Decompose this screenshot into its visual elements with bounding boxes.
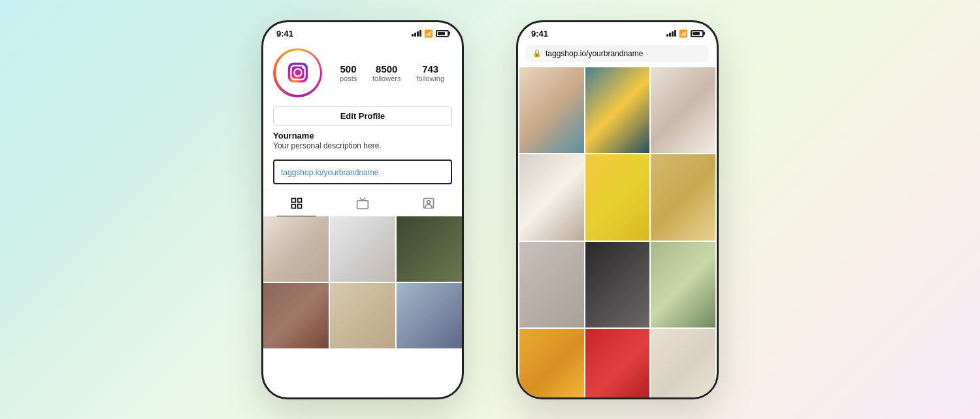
avatar-ring	[273, 48, 322, 97]
svg-rect-8	[357, 201, 368, 209]
phone-1-instagram: 9:41 📶	[261, 20, 464, 399]
tab-tv[interactable]	[329, 190, 395, 216]
avatar-inner	[276, 50, 320, 95]
gallery-cell-7[interactable]	[519, 242, 584, 328]
grid-cell-2[interactable]	[330, 216, 395, 282]
gallery-cell-10[interactable]	[519, 329, 584, 399]
gallery-cell-11[interactable]	[585, 329, 650, 399]
status-time-1: 9:41	[276, 29, 293, 39]
svg-point-3	[302, 66, 304, 69]
profile-description: Your personal description here.	[273, 141, 452, 152]
gallery-cell-4[interactable]	[519, 154, 584, 241]
signal-icon-2	[666, 30, 676, 37]
photo-grid-1	[263, 216, 462, 348]
gallery-cell-1[interactable]	[519, 67, 584, 154]
profile-name: Yourname	[273, 131, 452, 141]
bio-link-box[interactable]: taggshop.io/yourbrandname	[273, 159, 452, 184]
gallery-cell-2[interactable]	[585, 67, 650, 154]
wifi-icon-2: 📶	[679, 29, 688, 38]
bio-link-text: taggshop.io/yourbrandname	[281, 168, 378, 177]
gallery-cell-9[interactable]	[651, 242, 715, 328]
lock-icon: 🔒	[532, 49, 542, 58]
instagram-logo-icon	[286, 60, 310, 85]
gallery-cell-5[interactable]	[585, 154, 650, 241]
following-count: 743	[422, 63, 438, 75]
tab-grid[interactable]	[263, 190, 329, 216]
tab-bar	[263, 190, 462, 216]
gallery-cell-8[interactable]	[585, 242, 650, 328]
grid-cell-5[interactable]	[330, 283, 395, 348]
status-bar-2: 9:41 📶	[518, 22, 717, 42]
svg-rect-5	[297, 199, 301, 203]
svg-rect-4	[291, 199, 295, 203]
gallery-grid	[518, 67, 717, 399]
following-label: following	[416, 75, 444, 82]
status-time-2: 9:41	[531, 29, 548, 39]
tab-tagged[interactable]	[396, 190, 462, 216]
posts-count: 500	[340, 63, 357, 75]
edit-profile-button[interactable]: Edit Profile	[273, 107, 452, 126]
browser-url-bar[interactable]: 🔒 taggshop.io/yourbrandname	[526, 45, 709, 62]
gallery-cell-6[interactable]	[651, 154, 715, 241]
grid-cell-6[interactable]	[397, 283, 462, 348]
followers-label: followers	[372, 75, 400, 82]
svg-rect-7	[297, 205, 301, 209]
svg-point-10	[427, 201, 431, 204]
browser-url-text: taggshop.io/yourbrandname	[546, 49, 643, 58]
status-icons-2: 📶	[666, 29, 704, 38]
battery-icon-1	[436, 30, 449, 37]
stat-followers: 8500 followers	[372, 63, 400, 82]
tv-tab-icon	[356, 197, 369, 210]
wifi-icon-1: 📶	[424, 29, 433, 38]
grid-tab-icon	[290, 197, 303, 210]
status-bar-1: 9:41 📶	[263, 22, 462, 42]
stat-following: 743 following	[416, 63, 444, 82]
phone-2-browser: 9:41 📶 🔒 taggshop.io/yourbrandname	[516, 20, 719, 399]
battery-icon-2	[691, 30, 704, 37]
grid-cell-4[interactable]	[263, 283, 329, 348]
stat-posts: 500 posts	[340, 63, 357, 82]
followers-count: 8500	[376, 63, 397, 75]
svg-rect-6	[291, 205, 295, 209]
profile-bio: Yourname Your personal description here.	[263, 131, 462, 155]
tagged-tab-icon	[422, 197, 435, 210]
signal-icon-1	[412, 30, 421, 37]
grid-cell-3[interactable]	[397, 216, 462, 282]
stats-row: 500 posts 8500 followers 743 following	[332, 63, 452, 82]
profile-header: 500 posts 8500 followers 743 following	[263, 42, 462, 104]
gallery-cell-12[interactable]	[651, 329, 715, 399]
gallery-cell-3[interactable]	[651, 67, 715, 154]
status-icons-1: 📶	[412, 29, 449, 38]
grid-cell-1[interactable]	[263, 216, 329, 282]
posts-label: posts	[340, 75, 357, 82]
